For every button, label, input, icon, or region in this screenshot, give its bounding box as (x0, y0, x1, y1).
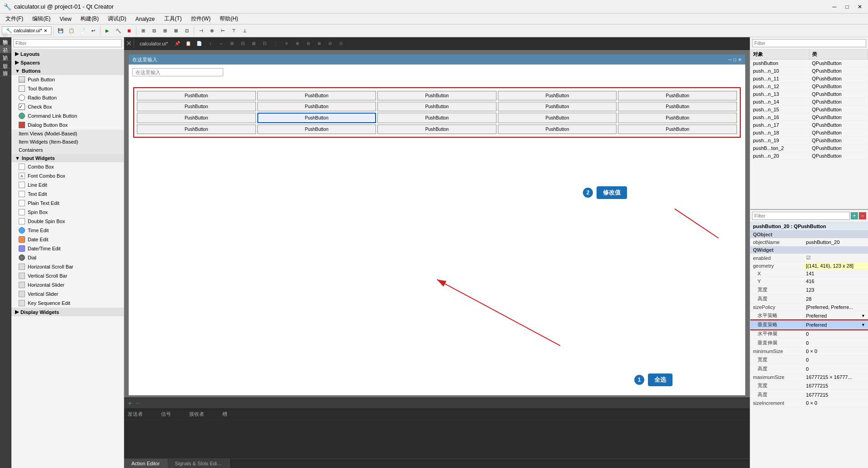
prop-row-hstretch[interactable]: 水平伸展 0 (750, 329, 868, 339)
vtab-design[interactable]: 设计 (0, 53, 11, 60)
push-button-3[interactable]: PushButton (377, 91, 497, 100)
object-row-13[interactable]: push...n_20 QPushButton (750, 152, 868, 160)
form-text-input[interactable] (132, 68, 223, 76)
push-button-18[interactable]: PushButton (377, 124, 497, 134)
center-tool-11[interactable]: ≡ (281, 39, 291, 49)
prop-add-button[interactable]: + (851, 212, 858, 219)
run-button[interactable]: ▶ (102, 26, 112, 36)
group-containers[interactable]: Containers (11, 146, 124, 154)
align-top[interactable]: ⊤ (229, 26, 239, 36)
widget-hscroll[interactable]: Horizontal Scroll Bar (11, 262, 124, 271)
close-file-button[interactable]: ✕ (126, 39, 132, 48)
form-close[interactable]: ✕ (738, 57, 742, 62)
prop-row-maxsize[interactable]: maximumSize 16777215 × 16777... (750, 373, 868, 381)
object-row-3[interactable]: push...n_11 QPushButton (750, 75, 868, 83)
design-canvas[interactable]: 在这里输入 ─ □ ✕ (129, 55, 745, 395)
widget-command-link[interactable]: Command Link Button (11, 111, 124, 120)
prop-row-enabled[interactable]: enabled ☑ (750, 254, 868, 262)
prop-row-sizeincrement[interactable]: sizeIncrement 0 × 0 (750, 399, 868, 407)
vtab-debug[interactable]: 调试 (0, 60, 11, 68)
menu-debug[interactable]: 调试(D) (104, 14, 130, 24)
menu-controls[interactable]: 控件(W) (187, 14, 214, 24)
center-tool-4[interactable]: ↕ (205, 39, 215, 49)
align-bottom[interactable]: ⊥ (240, 26, 250, 36)
widget-check-box[interactable]: ✓ Check Box (11, 102, 124, 111)
object-row-7[interactable]: push...n_15 QPushButton (750, 106, 868, 114)
push-button-19[interactable]: PushButton (498, 124, 617, 134)
object-row-9[interactable]: push...n_17 QPushButton (750, 121, 868, 129)
object-row-2[interactable]: push...n_10 QPushButton (750, 67, 868, 75)
design-area[interactable]: 在这里输入 ─ □ ✕ (124, 50, 750, 468)
vtab-debug-out[interactable]: 调出 (0, 37, 11, 45)
prop-row-maxwidth[interactable]: 宽度 16777215 (750, 381, 868, 390)
menu-tools[interactable]: 工具(T) (161, 14, 186, 24)
layout-h[interactable]: ⊞ (138, 26, 148, 36)
push-button-17[interactable]: PushButton (257, 124, 376, 134)
prop-row-geometry[interactable]: geometry [(141, 416), 123 x 28] (750, 262, 868, 270)
widget-font-combo-box[interactable]: A Font Combo Box (11, 171, 124, 180)
remove-signal-button[interactable]: − (135, 399, 140, 408)
center-tool-9[interactable]: ⊡ (260, 39, 270, 49)
center-tool-12[interactable]: ⊕ (292, 39, 302, 49)
layout-grid[interactable]: ⊞ (160, 26, 170, 36)
push-button-5[interactable]: PushButton (618, 91, 737, 100)
align-center[interactable]: ⊕ (207, 26, 217, 36)
widget-hslider[interactable]: Horizontal Slider (11, 280, 124, 289)
object-row-5[interactable]: push...n_13 QPushButton (750, 90, 868, 98)
build-button[interactable]: 🔨 (113, 26, 123, 36)
prop-row-x[interactable]: X 141 (750, 270, 868, 278)
menu-file[interactable]: 文件(F) (2, 14, 27, 24)
align-left[interactable]: ⊣ (196, 26, 206, 36)
widget-push-button[interactable]: Push Button (11, 75, 124, 84)
layout-break[interactable]: ⊡ (182, 26, 192, 36)
tab-signals-slots[interactable]: Signals & Slots Edi… (167, 459, 230, 468)
group-layouts[interactable]: ▶ Layouts (11, 50, 124, 58)
push-button-2[interactable]: PushButton (257, 91, 376, 100)
center-tool-3[interactable]: 📄 (194, 39, 204, 49)
widget-time-edit[interactable]: Time Edit (11, 226, 124, 235)
object-row-1[interactable]: pushButton QPushButton (750, 60, 868, 67)
save-button[interactable]: 💾 (55, 26, 65, 36)
align-right[interactable]: ⊢ (218, 26, 228, 36)
stop-button[interactable]: ⏹ (124, 26, 134, 36)
center-tool-13[interactable]: ⊖ (303, 39, 313, 49)
prop-row-sizepolicy[interactable]: sizePolicy [Preferred, Preferre... (750, 304, 868, 311)
layout-form[interactable]: ⊠ (171, 26, 181, 36)
widget-double-spin-box[interactable]: Double Spin Box (11, 217, 124, 226)
push-button-11[interactable]: PushButton (137, 113, 256, 123)
group-item-widgets[interactable]: Item Widgets (Item-Based) (11, 138, 124, 146)
widget-tool-button[interactable]: Tool Button (11, 84, 124, 93)
center-tool-7[interactable]: ⊟ (238, 39, 248, 49)
center-tool-15[interactable]: ⊘ (325, 39, 335, 49)
object-row-10[interactable]: push...n_18 QPushButton (750, 129, 868, 137)
prop-row-hpolicy[interactable]: 水平策略 Preferred ▼ (750, 311, 868, 320)
center-tool-1[interactable]: 📌 (172, 39, 182, 49)
prop-row-width[interactable]: 宽度 123 (750, 285, 868, 294)
push-button-4[interactable]: PushButton (498, 91, 617, 100)
object-row-4[interactable]: push...n_12 QPushButton (750, 83, 868, 90)
group-buttons[interactable]: ▼ Buttons (11, 67, 124, 75)
group-spacers[interactable]: ▶ Spacers (11, 58, 124, 67)
prop-remove-button[interactable]: − (859, 212, 866, 219)
center-tool-16[interactable]: ⊙ (336, 39, 346, 49)
prop-row-minheight[interactable]: 高度 0 (750, 364, 868, 373)
push-button-7[interactable]: PushButton (257, 102, 376, 111)
add-signal-button[interactable]: + (128, 399, 132, 408)
center-tool-10[interactable]: ⋮ (271, 39, 281, 49)
prop-row-vpolicy[interactable]: 垂直策略 Preferred ▼ (750, 320, 868, 329)
push-button-9[interactable]: PushButton (498, 102, 617, 111)
file-tab-close[interactable]: ✕ (44, 28, 47, 33)
prop-row-maxheight[interactable]: 高度 16777215 (750, 390, 868, 399)
object-row-12[interactable]: pushB...ton_2 QPushButton (750, 144, 868, 152)
prop-row-vstretch[interactable]: 垂直伸展 0 (750, 339, 868, 348)
menu-build[interactable]: 构建(B) (77, 14, 102, 24)
widget-combo-box[interactable]: Combo Box (11, 162, 124, 171)
widget-date-edit[interactable]: Date Edit (11, 235, 124, 244)
menu-view[interactable]: View (56, 15, 75, 23)
object-row-6[interactable]: push...n_14 QPushButton (750, 98, 868, 106)
widget-radio-button[interactable]: Radio Button (11, 93, 124, 102)
copy-button[interactable]: 📋 (66, 26, 76, 36)
prop-row-objectname[interactable]: objectName pushButton_20 (750, 239, 868, 246)
push-button-8[interactable]: PushButton (377, 102, 497, 111)
form-maximize[interactable]: □ (733, 57, 736, 62)
